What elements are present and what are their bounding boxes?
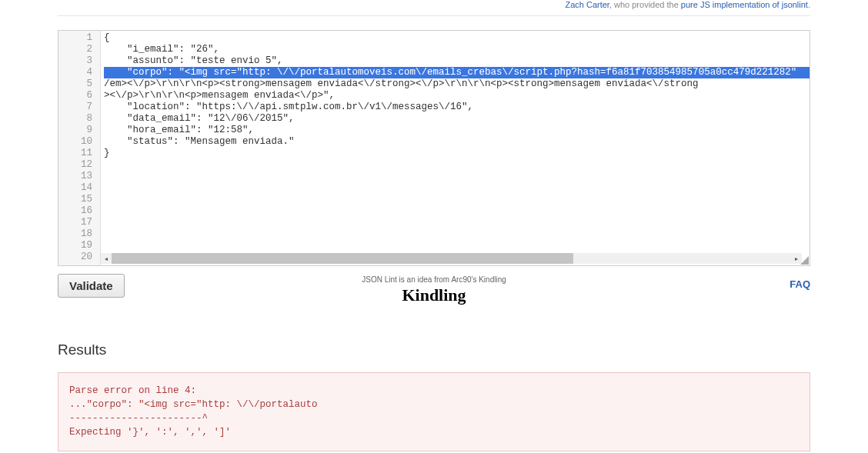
line-number: 7 <box>58 102 100 113</box>
faq-link[interactable]: FAQ <box>790 274 810 290</box>
scroll-left-arrow-icon[interactable]: ◂ <box>101 253 112 264</box>
credits-text: JSON Lint is an idea from Arc90's Kindli… <box>362 275 506 284</box>
top-credits: Zach Carter, who provided the pure JS im… <box>58 0 810 15</box>
code-line[interactable] <box>104 171 810 182</box>
code-line[interactable]: } <box>104 148 810 159</box>
line-number: 3 <box>58 55 100 67</box>
line-number: 16 <box>58 205 100 217</box>
line-number: 14 <box>58 182 100 194</box>
code-line[interactable] <box>104 159 810 171</box>
line-number: 8 <box>58 113 100 125</box>
code-line[interactable] <box>104 194 810 205</box>
line-number: 18 <box>58 228 100 240</box>
json-editor[interactable]: 1234567891011121314151617181920 { "i_ema… <box>58 30 810 266</box>
code-line[interactable]: "status": "Mensagem enviada." <box>104 136 810 148</box>
action-row: Validate JSON Lint is an idea from Arc90… <box>58 274 810 311</box>
line-number-gutter: 1234567891011121314151617181920 <box>58 31 101 265</box>
line-number: 10 <box>58 136 100 148</box>
author-link[interactable]: Zach Carter <box>565 0 609 9</box>
divider <box>58 15 810 16</box>
code-line[interactable]: "hora_email": "12:58", <box>104 125 810 136</box>
code-line[interactable] <box>104 217 810 228</box>
credits-right: Zach Carter, who provided the pure JS im… <box>565 0 810 9</box>
code-line[interactable] <box>104 240 810 251</box>
line-number: 12 <box>58 159 100 171</box>
resize-handle-icon[interactable] <box>800 256 809 265</box>
code-line[interactable] <box>104 182 810 194</box>
results-heading: Results <box>58 341 810 358</box>
credits-center: JSON Lint is an idea from Arc90's Kindli… <box>362 274 506 305</box>
horizontal-scrollbar[interactable]: ◂ ▸ <box>101 253 802 264</box>
validate-button[interactable]: Validate <box>58 274 125 298</box>
code-line[interactable]: "assunto": "teste envio 5", <box>104 55 810 67</box>
credits-left-blank <box>58 0 60 9</box>
line-number: 6 <box>58 90 100 102</box>
line-number: 15 <box>58 194 100 205</box>
code-line[interactable]: ><\/p>\r\n\r\n<p>mensagem enviada<\/p>", <box>104 90 810 102</box>
line-number: 20 <box>58 251 100 263</box>
code-line[interactable] <box>104 205 810 217</box>
code-line[interactable]: "corpo": "<img src="http: \/\/portalauto… <box>104 67 810 78</box>
line-number: 17 <box>58 217 100 228</box>
code-line[interactable]: "i_email": "26", <box>104 44 810 55</box>
pure-js-link[interactable]: pure JS implementation of jsonlint <box>681 0 808 9</box>
credits-trail: , who provided the <box>609 0 681 9</box>
code-line[interactable]: { <box>104 32 810 44</box>
code-line[interactable]: "location": "https:\/\/api.smtplw.com.br… <box>104 102 810 113</box>
line-number: 1 <box>58 32 100 44</box>
code-line[interactable]: /em><\/p>\r\n\r\n<p><strong>mensagem env… <box>104 78 810 90</box>
scroll-track[interactable] <box>112 253 791 264</box>
code-line[interactable]: "data_email": "12\/06\/2015", <box>104 113 810 125</box>
line-number: 11 <box>58 148 100 159</box>
code-line[interactable] <box>104 228 810 240</box>
line-number: 2 <box>58 44 100 55</box>
scroll-thumb[interactable] <box>112 253 573 264</box>
line-number: 9 <box>58 125 100 136</box>
code-textarea[interactable]: { "i_email": "26", "assunto": "teste env… <box>101 31 810 265</box>
kindling-logo: Kindling <box>362 285 506 305</box>
line-number: 5 <box>58 78 100 90</box>
line-number: 4 <box>58 67 100 78</box>
line-number: 13 <box>58 171 100 182</box>
line-number: 19 <box>58 240 100 251</box>
results-error-box: Parse error on line 4: ..."corpo": "<img… <box>58 372 810 451</box>
